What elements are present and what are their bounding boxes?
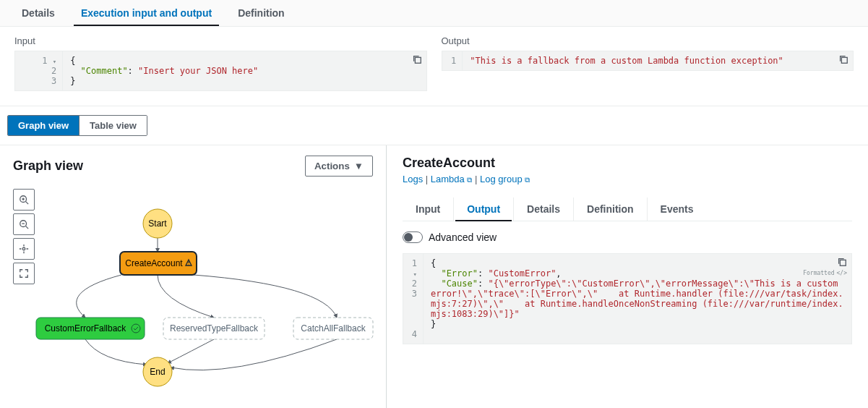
advanced-view-toggle[interactable] <box>403 231 423 243</box>
split-panes: Graph view Actions ▼ <box>0 145 868 408</box>
input-code[interactable]: { "Comment": "Insert your JSON here" } <box>63 51 426 90</box>
graph-view-button[interactable]: Graph view <box>8 116 79 135</box>
graph-canvas[interactable]: Start CreateAccount CustomErrorFallback … <box>13 198 373 408</box>
subtab-details[interactable]: Details <box>514 197 574 221</box>
io-panel: Input 1 ▾23 { "Comment": "Insert your JS… <box>0 27 868 106</box>
external-link-icon: ⧉ <box>525 176 530 184</box>
output-label: Output <box>442 35 854 46</box>
graph-pane-header: Graph view Actions ▼ <box>13 156 373 177</box>
copy-icon[interactable] <box>412 54 422 67</box>
output-code-box: 1 "This is a fallback from a custom Lamb… <box>442 51 854 71</box>
subtab-definition[interactable]: Definition <box>574 197 648 221</box>
code-gutter: 1 ▾23 <box>15 51 63 90</box>
subtab-output[interactable]: Output <box>454 197 514 221</box>
lambda-link[interactable]: Lambda ⧉ <box>431 174 473 184</box>
actions-button[interactable]: Actions ▼ <box>305 156 373 177</box>
main-tabs: Details Execution input and output Defin… <box>0 0 868 27</box>
node-end: End <box>150 367 165 377</box>
view-toggle-bar: Graph view Table view <box>0 106 868 145</box>
formatted-badge[interactable]: Formatted </> <box>803 270 847 276</box>
output-column: Output 1 "This is a fallback from a cust… <box>442 35 854 91</box>
node-catchall: CatchAllFallback <box>301 323 366 333</box>
detail-sub-tabs: Input Output Details Definition Events <box>403 197 852 221</box>
tab-execution-io[interactable]: Execution input and output <box>68 0 225 26</box>
detail-title: CreateAccount <box>403 156 852 171</box>
output-json-code[interactable]: { "Error": "CustomError", "Cause": "{\"e… <box>424 254 851 344</box>
copy-icon[interactable] <box>837 257 847 269</box>
table-view-button[interactable]: Table view <box>79 116 147 135</box>
code-gutter: 1 ▾234 <box>403 254 424 344</box>
advanced-view-label: Advanced view <box>429 231 497 243</box>
view-toggle: Graph view Table view <box>7 115 147 136</box>
node-custom-error: CustomErrorFallback <box>45 323 127 333</box>
node-start: Start <box>148 218 167 229</box>
copy-icon[interactable] <box>838 54 848 67</box>
advanced-view-row: Advanced view <box>403 231 852 243</box>
svg-point-9 <box>188 264 189 265</box>
svg-rect-15 <box>840 260 846 265</box>
caret-down-icon: ▼ <box>354 161 364 171</box>
log-group-link[interactable]: Log group ⧉ <box>480 174 530 184</box>
node-create-account: CreateAccount <box>125 258 183 268</box>
code-icon: </> <box>837 270 847 276</box>
output-json-box: Formatted </> 1 ▾234 { "Error": "CustomE… <box>403 253 852 344</box>
graph-pane: Graph view Actions ▼ <box>0 145 387 408</box>
svg-rect-0 <box>415 57 421 63</box>
detail-pane: CreateAccount Logs | Lambda ⧉ | Log grou… <box>387 145 868 408</box>
svg-rect-1 <box>841 57 847 63</box>
external-link-icon: ⧉ <box>467 176 472 184</box>
detail-links: Logs | Lambda ⧉ | Log group ⧉ <box>403 174 852 184</box>
input-code-box: 1 ▾23 { "Comment": "Insert your JSON her… <box>14 51 427 91</box>
input-column: Input 1 ▾23 { "Comment": "Insert your JS… <box>14 35 427 91</box>
subtab-events[interactable]: Events <box>648 197 707 221</box>
tab-details[interactable]: Details <box>9 0 68 26</box>
subtab-input[interactable]: Input <box>403 197 454 221</box>
tab-definition[interactable]: Definition <box>225 0 298 26</box>
logs-link[interactable]: Logs <box>403 174 423 184</box>
code-gutter: 1 <box>442 51 463 70</box>
node-reserved: ReservedTypeFallback <box>170 323 259 333</box>
output-code[interactable]: "This is a fallback from a custom Lambda… <box>463 51 853 70</box>
input-label: Input <box>14 35 427 46</box>
graph-pane-title: Graph view <box>13 158 83 174</box>
